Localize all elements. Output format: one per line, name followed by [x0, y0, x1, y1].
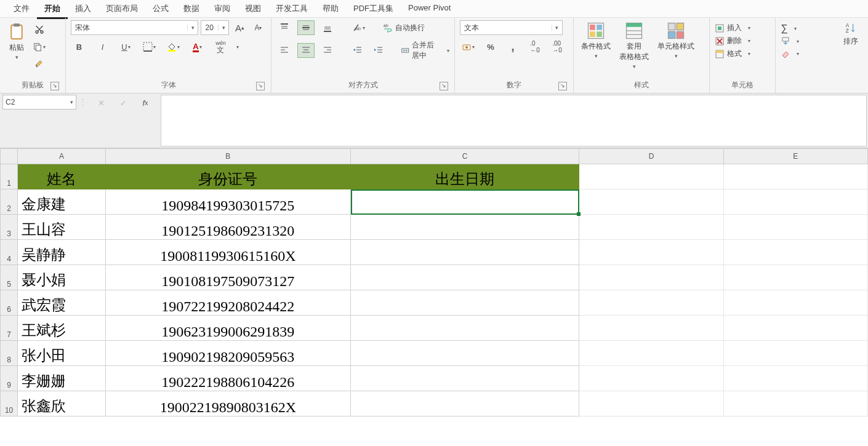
merge-center-button[interactable]: 合并后居中▾ [401, 40, 449, 61]
cell-D9[interactable] [579, 366, 723, 391]
phonetic-button[interactable]: wén文 [212, 40, 228, 54]
format-cells-button[interactable]: 格式▾ [715, 49, 750, 59]
cell-B7[interactable]: 190623199006291839 [105, 316, 350, 341]
cell-C1[interactable]: 出生日期 [351, 164, 579, 189]
cell-E7[interactable] [723, 316, 867, 341]
menu-insert[interactable]: 插入 [68, 0, 98, 17]
cell-A7[interactable]: 王斌杉 [18, 316, 106, 341]
insert-function-button[interactable]: fx [137, 96, 153, 110]
menu-help[interactable]: 帮助 [315, 0, 346, 17]
decrease-font-button[interactable]: A▾ [250, 21, 266, 34]
cell-E6[interactable] [723, 290, 867, 316]
cell-C9[interactable] [351, 366, 579, 391]
row-header-4[interactable]: 4 [1, 240, 18, 265]
formula-input[interactable] [161, 95, 867, 146]
cell-C2[interactable] [351, 189, 579, 215]
cell-D4[interactable] [579, 240, 723, 265]
conditional-format-button[interactable]: 条件格式▾ [579, 20, 613, 60]
cell-B10[interactable]: 19002219890803162X [105, 391, 350, 416]
cell-A6[interactable]: 武宏霞 [18, 290, 106, 316]
align-top-button[interactable] [276, 21, 292, 34]
increase-indent-button[interactable] [371, 44, 387, 57]
fill-color-button[interactable]: ▾ [165, 40, 182, 54]
decrease-decimal-button[interactable]: .00→0 [549, 40, 565, 54]
cell-B5[interactable]: 190108197509073127 [105, 265, 350, 290]
cell-E2[interactable] [723, 189, 867, 215]
row-header-1[interactable]: 1 [1, 164, 18, 189]
menu-data[interactable]: 数据 [176, 0, 207, 17]
font-color-button[interactable]: A▾ [189, 40, 205, 54]
cell-E10[interactable] [723, 391, 867, 416]
border-button[interactable]: ▾ [141, 40, 158, 54]
cell-D7[interactable] [579, 316, 723, 341]
align-dialog-launcher[interactable]: ↘ [440, 82, 448, 90]
cell-D10[interactable] [579, 391, 723, 416]
cell-C4[interactable] [351, 240, 579, 265]
cell-E3[interactable] [723, 215, 867, 240]
cell-A8[interactable]: 张小田 [18, 341, 106, 366]
menu-powerpivot[interactable]: Power Pivot [401, 0, 458, 15]
number-dialog-launcher[interactable]: ↘ [558, 82, 567, 90]
cell-C5[interactable] [351, 265, 579, 290]
cell-A2[interactable]: 金康建 [18, 189, 106, 215]
align-middle-button[interactable] [297, 20, 315, 35]
cell-C7[interactable] [351, 316, 579, 341]
cell-E5[interactable] [723, 265, 867, 290]
cell-A4[interactable]: 吴静静 [18, 240, 106, 265]
menu-home[interactable]: 开始 [37, 0, 68, 19]
row-header-6[interactable]: 6 [1, 290, 18, 316]
clipboard-dialog-launcher[interactable]: ↘ [50, 82, 59, 90]
underline-button[interactable]: U▾ [118, 40, 134, 54]
menu-pdf[interactable]: PDF工具集 [346, 0, 401, 17]
delete-cells-button[interactable]: 删除▾ [715, 36, 750, 46]
percent-button[interactable]: % [483, 40, 499, 54]
row-header-7[interactable]: 7 [1, 316, 18, 341]
col-header-D[interactable]: D [579, 149, 723, 164]
confirm-edit-button[interactable]: ✓ [115, 96, 131, 110]
fill-button[interactable]: ▾ [781, 36, 799, 46]
cell-D1[interactable] [579, 164, 723, 189]
align-right-button[interactable] [319, 44, 336, 57]
row-header-3[interactable]: 3 [1, 215, 18, 240]
menu-review[interactable]: 审阅 [207, 0, 238, 17]
row-header-8[interactable]: 8 [1, 341, 18, 366]
copy-button[interactable]: ▾ [31, 40, 47, 54]
comma-button[interactable]: , [505, 40, 521, 54]
cell-B6[interactable]: 190722199208024422 [105, 290, 350, 316]
cut-button[interactable] [31, 23, 47, 36]
font-size-select[interactable]: 20▾ [201, 20, 229, 35]
cell-A5[interactable]: 聂小娟 [18, 265, 106, 290]
col-header-A[interactable]: A [18, 149, 106, 164]
insert-cells-button[interactable]: 插入▾ [715, 23, 750, 33]
cell-E9[interactable] [723, 366, 867, 391]
cell-B8[interactable]: 190902198209059563 [105, 341, 350, 366]
col-header-C[interactable]: C [351, 149, 579, 164]
cell-C3[interactable] [351, 215, 579, 240]
cell-B1[interactable]: 身份证号 [105, 164, 350, 189]
cell-E4[interactable] [723, 240, 867, 265]
cell-C8[interactable] [351, 341, 579, 366]
name-box[interactable]: C2 ▾ [2, 95, 76, 110]
col-header-B[interactable]: B [105, 149, 350, 164]
align-center-button[interactable] [297, 43, 315, 58]
autosum-button[interactable]: ∑▾ [781, 23, 796, 34]
sort-filter-button[interactable]: AZ 排序 [841, 20, 861, 48]
cell-D8[interactable] [579, 341, 723, 366]
menu-view[interactable]: 视图 [238, 0, 268, 17]
cell-D5[interactable] [579, 265, 723, 290]
cell-style-button[interactable]: 单元格样式▾ [655, 20, 697, 60]
align-left-button[interactable] [276, 44, 292, 57]
menu-formula[interactable]: 公式 [145, 0, 176, 17]
increase-font-button[interactable]: A▴ [231, 21, 247, 34]
cell-B3[interactable]: 190125198609231320 [105, 215, 350, 240]
row-header-5[interactable]: 5 [1, 265, 18, 290]
cell-C6[interactable] [351, 290, 579, 316]
number-format-select[interactable]: 文本▾ [460, 20, 563, 35]
orientation-button[interactable]: ab▾ [350, 21, 367, 34]
menu-dev[interactable]: 开发工具 [268, 0, 315, 17]
cell-A10[interactable]: 张鑫欣 [18, 391, 106, 416]
cell-B4[interactable]: 19008119930615160X [105, 240, 350, 265]
spreadsheet-grid[interactable]: A B C D E 1 姓名 身份证号 出生日期 2 金康建 190984199… [0, 148, 868, 416]
cell-E1[interactable] [723, 164, 867, 189]
cell-D2[interactable] [579, 189, 723, 215]
